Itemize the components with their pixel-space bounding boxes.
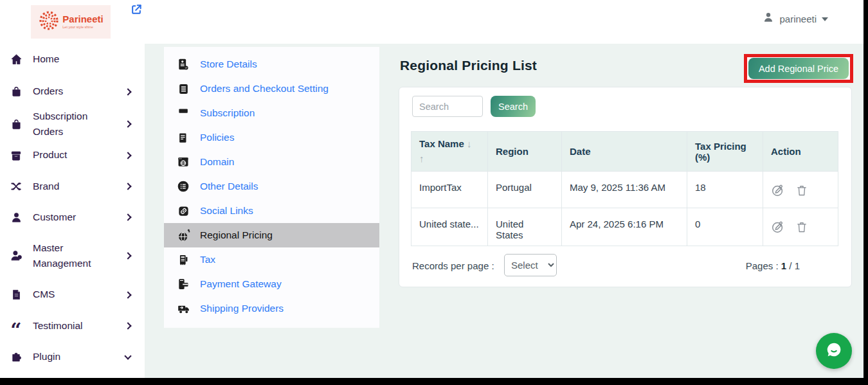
person-icon bbox=[10, 211, 23, 224]
user-name: parineeti bbox=[779, 13, 817, 24]
chat-bubble-icon bbox=[824, 340, 844, 362]
add-regional-price-button[interactable]: Add Regional Price bbox=[748, 58, 849, 79]
regional-pricing-table: Tax Name ↓ ↑ Region Date Tax Pricing (%)… bbox=[411, 131, 838, 246]
table-row: ImportTax Portugal May 9, 2025 11:36 AM … bbox=[411, 172, 838, 208]
column-header-date: Date bbox=[562, 132, 687, 172]
cell-date: May 9, 2025 11:36 AM bbox=[562, 172, 687, 208]
current-page: 1 bbox=[781, 260, 786, 271]
sort-asc-icon[interactable]: ↑ bbox=[419, 153, 424, 164]
sidebar-item-home[interactable]: Home bbox=[0, 44, 145, 75]
cell-date: Apr 24, 2025 6:16 PM bbox=[562, 208, 687, 246]
sidebar-item-product[interactable]: Product bbox=[0, 139, 145, 171]
chevron-down-icon bbox=[822, 17, 828, 21]
settings-item-orders-checkout[interactable]: Orders and Checkout Setting bbox=[164, 76, 379, 101]
sidebar-item-customer[interactable]: Customer bbox=[0, 202, 145, 233]
settings-item-payment-gateway[interactable]: Payment Gateway bbox=[164, 272, 379, 296]
chevron-right-icon bbox=[124, 213, 131, 220]
truck-icon bbox=[176, 301, 191, 316]
sort-desc-icon[interactable]: ↓ bbox=[467, 138, 472, 149]
sidebar-nav: Home Orders Subscription Orders Product … bbox=[0, 44, 145, 378]
column-header-region: Region bbox=[488, 132, 562, 172]
chevron-right-icon bbox=[124, 322, 131, 329]
settings-item-regional-pricing[interactable]: Regional Pricing bbox=[164, 223, 379, 247]
screen-border-right bbox=[863, 0, 868, 385]
search-button[interactable]: Search bbox=[491, 96, 536, 117]
store-details-icon bbox=[176, 57, 191, 72]
chevron-right-icon bbox=[124, 120, 131, 127]
sidebar-item-testimonial[interactable]: “ Testimonial bbox=[0, 310, 145, 341]
chevron-right-icon bbox=[124, 88, 131, 95]
table-header-row: Tax Name ↓ ↑ Region Date Tax Pricing (%)… bbox=[411, 132, 838, 172]
delete-icon[interactable] bbox=[795, 220, 808, 236]
column-header-tax-name[interactable]: Tax Name ↓ ↑ bbox=[411, 132, 488, 172]
settings-item-store-details[interactable]: Store Details bbox=[164, 52, 379, 76]
settings-item-social-links[interactable]: Social Links bbox=[164, 199, 379, 223]
edit-icon[interactable] bbox=[771, 220, 785, 236]
sidebar-item-cms[interactable]: CMS bbox=[0, 279, 145, 310]
cell-tax-name: United state... bbox=[411, 208, 488, 246]
page-title: Regional Pricing List bbox=[400, 58, 537, 73]
globe-arrows-icon bbox=[176, 228, 191, 243]
user-menu[interactable]: parineeti bbox=[763, 12, 828, 26]
cell-action bbox=[763, 172, 838, 208]
delete-icon[interactable] bbox=[795, 183, 808, 199]
external-link-icon[interactable] bbox=[130, 3, 143, 16]
column-header-tax-pricing: Tax Pricing (%) bbox=[687, 132, 763, 172]
chevron-right-icon bbox=[124, 252, 131, 259]
tax-receipt-icon bbox=[176, 252, 191, 267]
sidebar-item-orders[interactable]: Orders bbox=[0, 75, 145, 109]
settings-item-tax[interactable]: Tax bbox=[164, 247, 379, 272]
chevron-right-icon bbox=[124, 183, 131, 190]
chevron-right-icon bbox=[124, 152, 131, 159]
puzzle-icon bbox=[10, 351, 23, 364]
cell-tax-pricing: 0 bbox=[687, 208, 763, 246]
screen-border-bottom bbox=[0, 378, 868, 385]
cell-action bbox=[763, 208, 838, 246]
shuffle-icon bbox=[10, 180, 23, 193]
pagination-info: Pages : 1 / 1 bbox=[746, 260, 800, 271]
cell-tax-name: ImportTax bbox=[411, 172, 488, 208]
brand-logo[interactable]: Parineeti Let your style shine bbox=[31, 5, 111, 39]
archive-box-icon bbox=[10, 149, 23, 162]
brand-name: Parineeti bbox=[62, 14, 103, 24]
chevron-down-icon bbox=[124, 352, 131, 359]
list-document-icon bbox=[176, 81, 191, 96]
payment-card-icon bbox=[176, 276, 191, 292]
browser-globe-icon bbox=[176, 154, 191, 170]
table-footer: Records per page : Select Pages : 1 / 1 bbox=[399, 251, 851, 280]
settings-item-subscription[interactable]: Subscription bbox=[164, 101, 379, 125]
person-gear-icon bbox=[10, 249, 23, 262]
cell-region: Portugal bbox=[488, 172, 562, 208]
cell-tax-pricing: 18 bbox=[687, 172, 763, 208]
tap-hand-icon bbox=[176, 105, 191, 121]
regional-pricing-card: Search Tax Name ↓ ↑ Region Date Tax Pric… bbox=[399, 87, 852, 287]
sidebar-item-master-management[interactable]: Master Management bbox=[0, 233, 145, 279]
records-per-page-label: Records per page : bbox=[412, 260, 494, 271]
total-pages: 1 bbox=[795, 260, 800, 271]
table-row: United state... United States Apr 24, 20… bbox=[411, 208, 838, 246]
settings-item-shipping-providers[interactable]: Shipping Providers bbox=[164, 296, 379, 321]
policy-document-icon bbox=[176, 130, 191, 145]
settings-item-policies[interactable]: Policies bbox=[164, 125, 379, 150]
records-per-page-select[interactable]: Select bbox=[504, 254, 557, 276]
annotation-highlight-box: Add Regional Price bbox=[744, 54, 853, 83]
brand-tagline: Let your style shine bbox=[62, 26, 103, 30]
document-icon bbox=[10, 289, 23, 301]
sidebar-item-plugin[interactable]: Plugin bbox=[0, 341, 145, 373]
edit-icon[interactable] bbox=[771, 183, 785, 199]
home-icon bbox=[10, 53, 23, 66]
search-input[interactable] bbox=[412, 96, 483, 117]
sidebar-item-brand[interactable]: Brand bbox=[0, 171, 145, 202]
user-icon bbox=[763, 12, 774, 26]
shopping-bag-icon bbox=[10, 118, 23, 130]
settings-submenu: Store Details Orders and Checkout Settin… bbox=[164, 47, 379, 328]
shopping-bag-icon bbox=[10, 85, 23, 98]
circle-list-icon bbox=[176, 179, 191, 194]
chat-widget-button[interactable] bbox=[816, 333, 852, 369]
sunburst-logo-icon bbox=[38, 10, 60, 34]
sidebar-item-subscription-orders[interactable]: Subscription Orders bbox=[0, 109, 145, 139]
cell-region: United States bbox=[488, 208, 562, 246]
settings-item-domain[interactable]: Domain bbox=[164, 150, 379, 174]
settings-item-other-details[interactable]: Other Details bbox=[164, 174, 379, 199]
top-header-bar: Parineeti Let your style shine parineeti bbox=[0, 0, 863, 44]
